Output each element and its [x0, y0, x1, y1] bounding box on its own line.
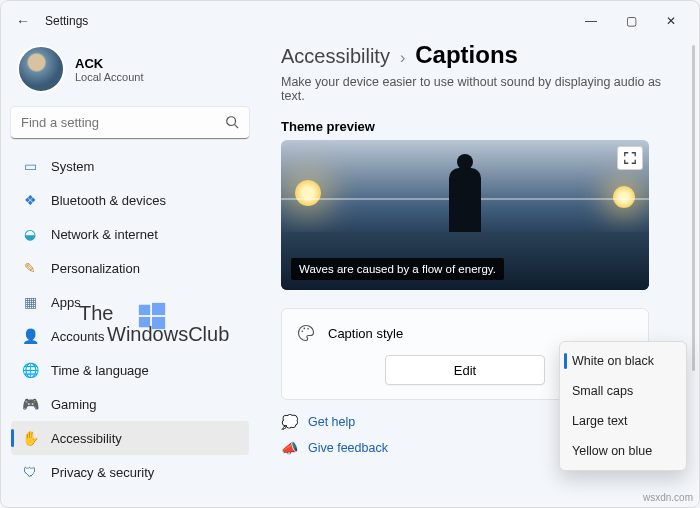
- caption-style-label: Caption style: [328, 326, 403, 341]
- nav-label: Privacy & security: [51, 465, 154, 480]
- theme-preview: Waves are caused by a flow of energy.: [281, 140, 649, 290]
- sidebar-item-gaming[interactable]: 🎮Gaming: [11, 387, 249, 421]
- svg-point-4: [307, 328, 309, 330]
- preview-decor: [449, 168, 481, 238]
- dropdown-option-yellow-on-blue[interactable]: Yellow on blue: [564, 436, 682, 466]
- sidebar-item-bluetooth[interactable]: ❖Bluetooth & devices: [11, 183, 249, 217]
- option-label: Large text: [572, 414, 628, 428]
- person-icon: 👤: [21, 328, 39, 344]
- link-label: Get help: [308, 415, 355, 429]
- nav-list: ▭System ❖Bluetooth & devices ◒Network & …: [11, 149, 249, 497]
- close-button[interactable]: ✕: [651, 5, 691, 37]
- avatar: [17, 45, 65, 93]
- svg-point-3: [304, 328, 306, 330]
- wifi-icon: ◒: [21, 226, 39, 242]
- title-bar: ← Settings — ▢ ✕: [1, 1, 699, 41]
- option-label: Yellow on blue: [572, 444, 652, 458]
- window-title: Settings: [45, 14, 88, 28]
- sidebar-item-network[interactable]: ◒Network & internet: [11, 217, 249, 251]
- preview-decor: [295, 180, 321, 206]
- sidebar-item-system[interactable]: ▭System: [11, 149, 249, 183]
- dropdown-option-white-on-black[interactable]: White on black: [564, 346, 682, 376]
- link-label: Give feedback: [308, 441, 388, 455]
- nav-label: Accounts: [51, 329, 104, 344]
- page-subtitle: Make your device easier to use without s…: [281, 75, 681, 103]
- sidebar-item-apps[interactable]: ▦Apps: [11, 285, 249, 319]
- svg-point-2: [301, 331, 303, 333]
- expand-button[interactable]: [617, 146, 643, 170]
- user-name: ACK: [75, 56, 144, 71]
- display-icon: ▭: [21, 158, 39, 174]
- sidebar-item-accounts[interactable]: 👤Accounts: [11, 319, 249, 353]
- maximize-button[interactable]: ▢: [611, 5, 651, 37]
- nav-label: Apps: [51, 295, 81, 310]
- caption-style-dropdown: White on black Small caps Large text Yel…: [559, 341, 687, 471]
- accessibility-icon: ✋: [21, 430, 39, 446]
- nav-label: System: [51, 159, 94, 174]
- breadcrumb-parent[interactable]: Accessibility: [281, 45, 390, 68]
- back-button[interactable]: ←: [9, 13, 37, 29]
- source-attribution: wsxdn.com: [643, 492, 693, 503]
- globe-icon: 🌐: [21, 362, 39, 378]
- minimize-button[interactable]: —: [571, 5, 611, 37]
- sidebar-item-time-language[interactable]: 🌐Time & language: [11, 353, 249, 387]
- search-box[interactable]: [11, 107, 249, 139]
- nav-label: Bluetooth & devices: [51, 193, 166, 208]
- dropdown-option-large-text[interactable]: Large text: [564, 406, 682, 436]
- page-title: Captions: [415, 41, 518, 69]
- nav-label: Network & internet: [51, 227, 158, 242]
- breadcrumb: Accessibility › Captions: [281, 41, 681, 69]
- brush-icon: ✎: [21, 260, 39, 276]
- search-input[interactable]: [11, 107, 249, 139]
- nav-label: Time & language: [51, 363, 149, 378]
- preview-caption-text: Waves are caused by a flow of energy.: [291, 258, 504, 280]
- shield-icon: 🛡: [21, 464, 39, 480]
- search-icon: [225, 115, 239, 132]
- sidebar-item-privacy[interactable]: 🛡Privacy & security: [11, 455, 249, 489]
- sidebar: ACK Local Account ▭System ❖Bluetooth & d…: [1, 41, 259, 507]
- svg-line-1: [235, 125, 239, 129]
- user-block[interactable]: ACK Local Account: [11, 41, 249, 107]
- option-label: Small caps: [572, 384, 633, 398]
- apps-icon: ▦: [21, 294, 39, 310]
- preview-decor: [613, 186, 635, 208]
- content-scrollbar[interactable]: [692, 45, 695, 371]
- edit-button[interactable]: Edit: [385, 355, 545, 385]
- dropdown-option-small-caps[interactable]: Small caps: [564, 376, 682, 406]
- sidebar-item-personalization[interactable]: ✎Personalization: [11, 251, 249, 285]
- nav-label: Gaming: [51, 397, 97, 412]
- gamepad-icon: 🎮: [21, 396, 39, 412]
- theme-preview-label: Theme preview: [281, 119, 681, 134]
- feedback-icon: 📣: [281, 440, 298, 456]
- palette-icon: [296, 323, 316, 343]
- help-icon: 💭: [281, 414, 298, 430]
- nav-label: Personalization: [51, 261, 140, 276]
- svg-point-0: [227, 117, 236, 126]
- chevron-right-icon: ›: [400, 49, 405, 67]
- option-label: White on black: [572, 354, 654, 368]
- sidebar-item-accessibility[interactable]: ✋Accessibility: [11, 421, 249, 455]
- user-type: Local Account: [75, 71, 144, 83]
- nav-label: Accessibility: [51, 431, 122, 446]
- bluetooth-icon: ❖: [21, 192, 39, 208]
